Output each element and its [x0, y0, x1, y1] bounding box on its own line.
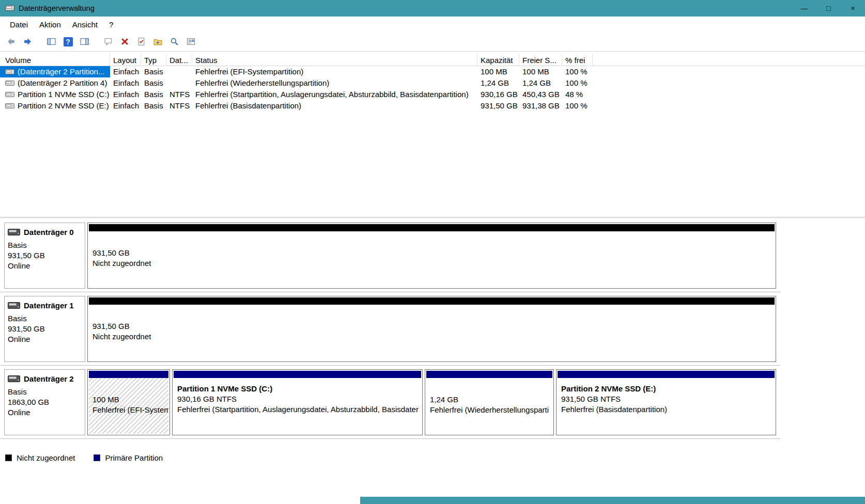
- show-console-tree-icon[interactable]: [44, 35, 58, 49]
- volume-name: Partition 1 NVMe SSD (C:): [18, 89, 110, 100]
- disk-0-header[interactable]: Datenträger 0 Basis 931,50 GB Online: [4, 223, 85, 289]
- status-cell: Fehlerfrei (EFI-Systempartition): [192, 66, 477, 77]
- toolbar: ?: [0, 32, 865, 52]
- show-action-pane-icon[interactable]: [78, 35, 91, 49]
- column-layout[interactable]: Layout: [110, 54, 141, 66]
- disk-management-window: { "colors": { "titlebar": "#3E99A9", "se…: [0, 0, 865, 504]
- freier-speicher-cell: 100 MB: [519, 66, 562, 77]
- disk-row-0: Datenträger 0 Basis 931,50 GB Online 931…: [4, 223, 776, 289]
- menu-datei[interactable]: Datei: [4, 18, 34, 31]
- disk-separator: [0, 365, 780, 366]
- region-size: 931,50 GB: [92, 321, 773, 332]
- help-icon[interactable]: ?: [61, 35, 75, 49]
- column-volume[interactable]: Volume: [0, 54, 110, 66]
- task-check-icon[interactable]: [134, 35, 148, 49]
- volume-name: (Datenträger 2 Partition 4): [18, 77, 107, 89]
- disk-2-recovery-partition[interactable]: 1,24 GB Fehlerfrei (Wiederherstellungspa…: [425, 369, 554, 435]
- primary-partition-color-bar: [174, 371, 421, 378]
- volume-row-c[interactable]: Partition 1 NVMe SSD (C:) Einfach Basis …: [0, 89, 865, 100]
- volume-row-e[interactable]: Partition 2 NVMe SSD (E:) Einfach Basis …: [0, 100, 865, 112]
- primary-partition-color-bar: [558, 371, 775, 378]
- column-typ[interactable]: Typ: [141, 54, 166, 66]
- comment-icon[interactable]: [101, 35, 115, 49]
- disk-2-partition-c[interactable]: Partition 1 NVMe SSD (C:) 930,16 GB NTFS…: [172, 369, 423, 435]
- disk-icon: [8, 375, 20, 383]
- disk-type: Basis: [8, 240, 83, 250]
- column-prozent-frei[interactable]: % frei: [562, 54, 593, 66]
- primary-partition-color-bar: [89, 371, 168, 378]
- region-status: Nicht zugeordnet: [92, 258, 773, 269]
- window-controls: — □ ×: [792, 0, 865, 17]
- volume-list-header: Volume Layout Typ Dat... Status Kapazitä…: [0, 54, 865, 66]
- region-status: Fehlerfrei (Basisdatenpartition): [561, 404, 773, 415]
- status-cell: Fehlerfrei (Wiederherstellungspartition): [192, 77, 477, 89]
- disk-icon: [8, 228, 20, 236]
- volume-icon: [5, 69, 14, 75]
- prozent-frei-cell: 48 %: [562, 89, 593, 100]
- volume-cell: (Datenträger 2 Partition...: [0, 66, 110, 77]
- taskbar-strip: [360, 497, 865, 504]
- freier-speicher-cell: 1,24 GB: [519, 77, 562, 89]
- disk-size: 931,50 GB: [8, 250, 83, 261]
- search-icon[interactable]: [167, 35, 181, 49]
- column-freier-speicher[interactable]: Freier S...: [519, 54, 562, 66]
- app-icon: [5, 4, 14, 13]
- dateisystem-cell: [166, 77, 192, 89]
- volume-cell: Partition 2 NVMe SSD (E:): [0, 100, 110, 112]
- maximize-button[interactable]: □: [816, 0, 841, 17]
- back-icon[interactable]: [4, 35, 18, 49]
- kapazitaet-cell: 930,16 GB: [477, 89, 519, 100]
- volume-row-efi[interactable]: (Datenträger 2 Partition... Einfach Basi…: [0, 66, 865, 77]
- close-button[interactable]: ×: [841, 0, 865, 17]
- primary-partition-swatch: [94, 454, 100, 461]
- region-status: Fehlerfrei (Startpartition, Auslagerungs…: [177, 404, 419, 415]
- column-kapazitaet[interactable]: Kapazität: [477, 54, 519, 66]
- volume-icon: [5, 103, 14, 109]
- disk-row-1: Datenträger 1 Basis 931,50 GB Online 931…: [4, 296, 776, 362]
- column-dateisystem[interactable]: Dat...: [166, 54, 192, 66]
- disk-2-efi-partition[interactable]: 100 MB Fehlerfrei (EFI-System: [87, 369, 170, 435]
- region-status: Fehlerfrei (Wiederherstellungsparti: [430, 405, 550, 415]
- legend-primary-label: Primäre Partition: [105, 453, 163, 462]
- disk-2-partition-e[interactable]: Partition 2 NVMe SSD (E:) 931,50 GB NTFS…: [556, 369, 776, 435]
- prozent-frei-cell: 100 %: [562, 66, 593, 77]
- disk-1-unallocated-region[interactable]: 931,50 GB Nicht zugeordnet: [87, 296, 776, 362]
- properties-icon[interactable]: [184, 35, 198, 49]
- menu-aktion[interactable]: Aktion: [34, 18, 67, 31]
- volume-cell: Partition 1 NVMe SSD (C:): [0, 89, 110, 100]
- region-size: 100 MB: [92, 395, 166, 405]
- region-size: 1,24 GB: [430, 395, 550, 405]
- forward-icon[interactable]: [21, 35, 35, 49]
- layout-cell: Einfach: [110, 89, 141, 100]
- folder-open-icon[interactable]: [151, 35, 165, 49]
- volume-list-pane: Volume Layout Typ Dat... Status Kapazitä…: [0, 52, 865, 217]
- region-status: Fehlerfrei (EFI-System: [92, 405, 166, 415]
- region-size: 930,16 GB NTFS: [177, 394, 419, 404]
- minimize-button[interactable]: —: [792, 0, 816, 17]
- dateisystem-cell: [166, 66, 192, 77]
- delete-volume-icon[interactable]: [118, 35, 132, 49]
- region-status: Nicht zugeordnet: [92, 332, 773, 342]
- unallocated-swatch: [5, 454, 12, 461]
- region-size: 931,50 GB: [92, 248, 773, 258]
- unallocated-color-bar: [89, 224, 775, 231]
- disk-1-header[interactable]: Datenträger 1 Basis 931,50 GB Online: [4, 296, 85, 362]
- column-status[interactable]: Status: [192, 54, 477, 66]
- disk-size: 931,50 GB: [8, 324, 83, 334]
- disk-0-unallocated-region[interactable]: 931,50 GB Nicht zugeordnet: [87, 223, 776, 289]
- menu-help[interactable]: ?: [103, 18, 119, 31]
- disk-separator: [0, 292, 780, 292]
- kapazitaet-cell: 100 MB: [477, 66, 519, 77]
- dateisystem-cell: NTFS: [166, 89, 192, 100]
- volume-icon: [5, 91, 14, 98]
- dateisystem-cell: NTFS: [166, 100, 192, 112]
- disk-2-header[interactable]: Datenträger 2 Basis 1863,00 GB Online: [4, 369, 85, 435]
- volume-row-recovery[interactable]: (Datenträger 2 Partition 4) Einfach Basi…: [0, 77, 865, 89]
- unallocated-color-bar: [89, 297, 775, 305]
- freier-speicher-cell: 450,43 GB: [519, 89, 562, 100]
- column-filler: [593, 54, 865, 66]
- region-size: 931,50 GB NTFS: [561, 394, 773, 404]
- menu-ansicht[interactable]: Ansicht: [67, 18, 103, 31]
- typ-cell: Basis: [141, 100, 166, 112]
- volume-cell: (Datenträger 2 Partition 4): [0, 77, 110, 89]
